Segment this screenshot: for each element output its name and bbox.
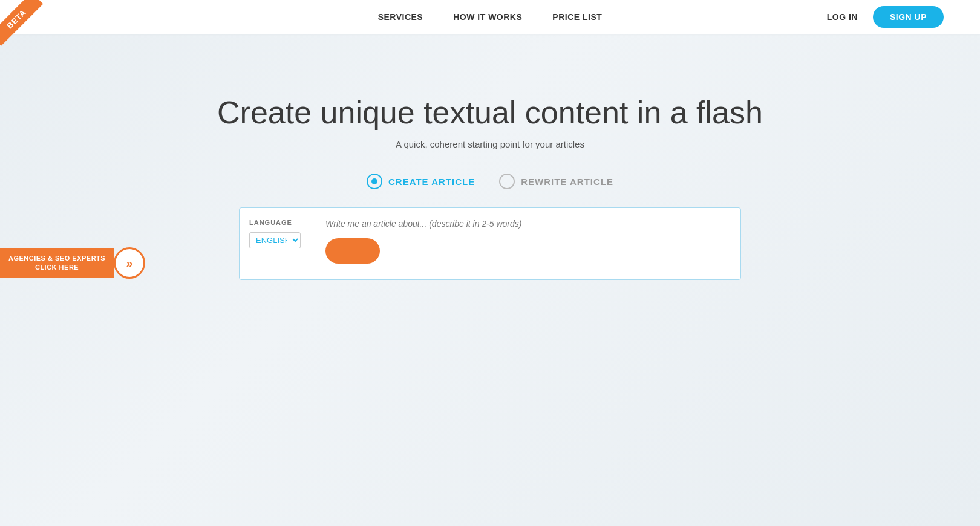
- nav-link-services[interactable]: SERVICES: [378, 12, 423, 22]
- form-card: LANGUAGE ENGLISH FRENCH SPANISH GERMAN: [239, 207, 741, 280]
- side-panel-line1: AGENCIES & SEO EXPERTS: [8, 254, 105, 263]
- nav-center: SERVICES HOW IT WORKS PRICE LIST: [36, 12, 944, 22]
- radio-circle-create: [367, 174, 382, 189]
- login-button[interactable]: LOG IN: [827, 12, 858, 22]
- navbar: SERVICES HOW IT WORKS PRICE LIST LOG IN …: [0, 0, 980, 34]
- language-select[interactable]: ENGLISH FRENCH SPANISH GERMAN: [249, 232, 301, 248]
- side-panel-label: AGENCIES & SEO EXPERTS CLICK HERE: [0, 248, 114, 279]
- language-panel: LANGUAGE ENGLISH FRENCH SPANISH GERMAN: [240, 208, 312, 279]
- input-panel: [312, 208, 740, 279]
- side-panel[interactable]: AGENCIES & SEO EXPERTS CLICK HERE »: [0, 247, 145, 279]
- radio-circle-rewrite: [499, 174, 515, 189]
- beta-label: BETA: [0, 0, 44, 46]
- language-label: LANGUAGE: [249, 219, 302, 226]
- nav-link-how-it-works[interactable]: HOW IT WORKS: [453, 12, 522, 22]
- signup-button[interactable]: SIGN UP: [873, 6, 944, 28]
- beta-ribbon: BETA: [0, 0, 54, 54]
- radio-label-create: CREATE ARTICLE: [388, 177, 475, 187]
- article-input[interactable]: [325, 219, 727, 229]
- submit-button[interactable]: [325, 238, 380, 264]
- hero-section: Create unique textual content in a flash…: [0, 34, 980, 280]
- nav-right: LOG IN SIGN UP: [827, 6, 944, 28]
- radio-create-article[interactable]: CREATE ARTICLE: [367, 174, 475, 189]
- hero-subtitle: A quick, coherent starting point for you…: [396, 139, 584, 149]
- nav-link-price-list[interactable]: PRICE LIST: [552, 12, 602, 22]
- side-panel-button[interactable]: »: [114, 247, 145, 279]
- radio-group: CREATE ARTICLE REWRITE ARTICLE: [367, 174, 613, 189]
- radio-label-rewrite: REWRITE ARTICLE: [521, 177, 613, 187]
- radio-rewrite-article[interactable]: REWRITE ARTICLE: [499, 174, 613, 189]
- chevron-right-icon: »: [126, 256, 133, 270]
- side-panel-line2: CLICK HERE: [8, 263, 105, 272]
- hero-title: Create unique textual content in a flash: [217, 94, 763, 131]
